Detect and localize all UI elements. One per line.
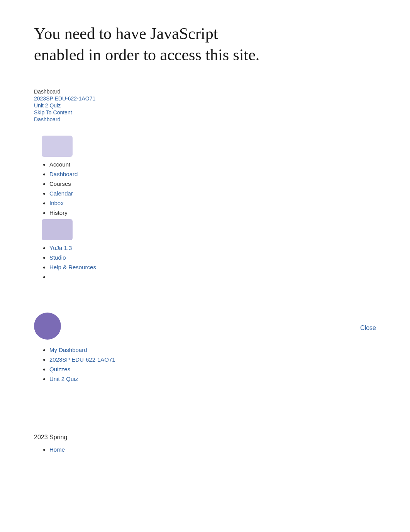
nav-link-dashboard[interactable]: Dashboard (49, 171, 78, 177)
nav-link-calendar[interactable]: Calendar (49, 190, 73, 197)
close-button[interactable]: Close (360, 325, 376, 331)
nav-item-yuja[interactable]: YuJa 1.3 (49, 243, 376, 253)
nav-link-yuja[interactable]: YuJa 1.3 (49, 245, 72, 251)
nav-item-inbox[interactable]: Inbox (49, 198, 376, 208)
account-avatar (42, 136, 73, 157)
breadcrumb-quiz-link[interactable]: Unit 2 Quiz (34, 102, 376, 109)
nav-link-studio[interactable]: Studio (49, 254, 66, 261)
nav-item-empty (49, 272, 376, 282)
user-profile-section: My Dashboard 2023SP EDU-622-1AO71 Quizze… (0, 309, 410, 388)
nav-link-inbox[interactable]: Inbox (49, 200, 64, 206)
user-avatar-container (34, 313, 61, 341)
nav-link-help[interactable]: Help & Resources (49, 264, 96, 270)
breadcrumb-course-link[interactable]: 2023SP EDU-622-1AO71 (34, 95, 376, 102)
nav-item-help[interactable]: Help & Resources (49, 262, 376, 272)
semester-list: Home (34, 445, 376, 454)
breadcrumb-dashboard-plain: Dashboard (34, 88, 376, 95)
no-javascript-heading: You need to have JavaScript enabled in o… (0, 0, 301, 81)
breadcrumb-dashboard-link[interactable]: Dashboard (34, 116, 376, 122)
nav-item-studio[interactable]: Studio (49, 253, 376, 262)
breadcrumb: Dashboard 2023SP EDU-622-1AO71 Unit 2 Qu… (0, 81, 410, 126)
user-menu-link-quiz[interactable]: Unit 2 Quiz (49, 376, 78, 382)
close-section: Close (360, 325, 376, 331)
user-menu-item-quizzes[interactable]: Quizzes (49, 364, 115, 374)
yuja-nav-item (42, 218, 376, 243)
nav-item-account: Account (49, 160, 376, 169)
yuja-icon (42, 219, 73, 240)
semester-list-item-home[interactable]: Home (49, 445, 376, 454)
nav-item-history: History (49, 208, 376, 218)
user-menu-link-quizzes[interactable]: Quizzes (49, 366, 70, 372)
user-menu-link-dashboard[interactable]: My Dashboard (49, 347, 87, 353)
user-menu-item-course[interactable]: 2023SP EDU-622-1AO71 (49, 355, 115, 364)
nav-item-courses: Courses (49, 179, 376, 189)
user-menu-item-quiz[interactable]: Unit 2 Quiz (49, 374, 115, 384)
user-avatar (34, 313, 61, 340)
user-menu-link-course[interactable]: 2023SP EDU-622-1AO71 (49, 356, 115, 363)
global-nav-list: Account Dashboard Courses Calendar Inbox… (34, 134, 376, 282)
user-menu-item-dashboard[interactable]: My Dashboard (49, 345, 115, 355)
semester-section: 2023 Spring Home (0, 422, 410, 462)
breadcrumb-skip-link[interactable]: Skip To Content (34, 109, 376, 116)
account-nav-item (42, 134, 376, 160)
global-nav: Account Dashboard Courses Calendar Inbox… (0, 126, 410, 286)
semester-title: 2023 Spring (34, 434, 376, 441)
semester-link-home[interactable]: Home (49, 446, 65, 453)
user-menu-list: My Dashboard 2023SP EDU-622-1AO71 Quizze… (34, 345, 115, 384)
nav-item-dashboard[interactable]: Dashboard (49, 169, 376, 179)
nav-item-calendar[interactable]: Calendar (49, 189, 376, 198)
